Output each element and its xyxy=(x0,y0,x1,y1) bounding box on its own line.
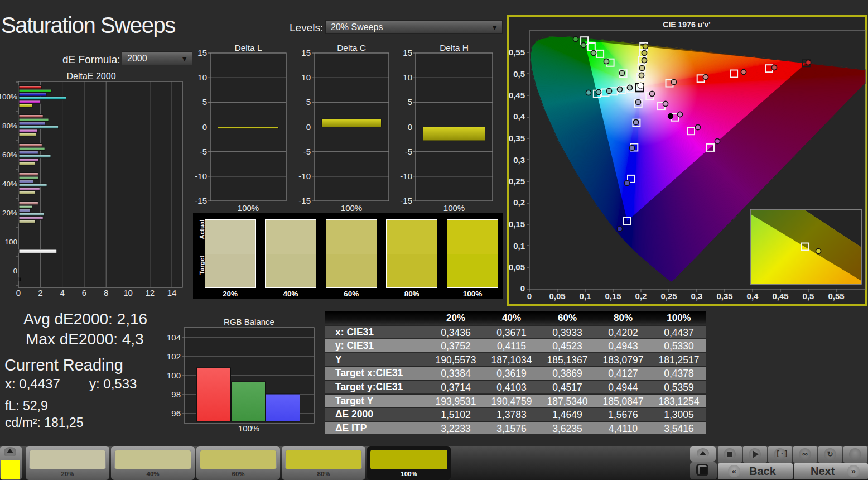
svg-text:0: 0 xyxy=(16,288,21,297)
svg-text:0,2: 0,2 xyxy=(635,291,647,301)
svg-text:-15: -15 xyxy=(400,196,412,205)
svg-text:0,35: 0,35 xyxy=(716,291,732,301)
svg-text:15: 15 xyxy=(197,48,207,57)
svg-text:5: 5 xyxy=(408,97,412,107)
svg-text:0: 0 xyxy=(13,267,17,275)
svg-text:-5: -5 xyxy=(303,147,311,156)
svg-text:-10: -10 xyxy=(195,171,207,181)
svg-text:0,3: 0,3 xyxy=(513,155,525,165)
svg-text:0: 0 xyxy=(527,291,532,301)
svg-text:12: 12 xyxy=(145,288,155,297)
svg-text:0,4: 0,4 xyxy=(747,291,759,301)
svg-text:0: 0 xyxy=(202,122,207,132)
svg-text:8: 8 xyxy=(104,288,108,297)
svg-text:15: 15 xyxy=(301,48,311,57)
svg-text:0,55: 0,55 xyxy=(828,291,844,301)
svg-text:100: 100 xyxy=(4,238,17,246)
svg-text:-15: -15 xyxy=(298,196,311,205)
svg-text:102: 102 xyxy=(167,352,181,361)
svg-text:-10: -10 xyxy=(400,171,412,181)
svg-text:100%: 100% xyxy=(443,203,465,213)
svg-text:100%: 100% xyxy=(341,203,362,213)
svg-text:0,45: 0,45 xyxy=(509,90,525,100)
svg-text:0,5: 0,5 xyxy=(513,69,525,79)
svg-text:0,25: 0,25 xyxy=(509,176,525,186)
svg-text:0,05: 0,05 xyxy=(549,291,565,301)
svg-text:0,3: 0,3 xyxy=(691,291,703,301)
svg-text:104: 104 xyxy=(167,333,181,342)
svg-text:0,45: 0,45 xyxy=(772,291,788,301)
svg-text:15: 15 xyxy=(403,48,412,57)
svg-text:0,15: 0,15 xyxy=(605,291,621,301)
svg-text:40%: 40% xyxy=(2,180,17,188)
svg-text:5: 5 xyxy=(306,97,311,107)
svg-text:0,1: 0,1 xyxy=(580,291,591,301)
svg-text:100: 100 xyxy=(167,371,181,380)
svg-text:0,5: 0,5 xyxy=(803,291,814,301)
svg-text:6: 6 xyxy=(82,288,86,297)
svg-text:0,15: 0,15 xyxy=(509,219,525,229)
svg-text:96: 96 xyxy=(171,409,181,418)
svg-text:0: 0 xyxy=(408,122,412,132)
svg-text:60%: 60% xyxy=(2,151,17,159)
svg-text:-5: -5 xyxy=(405,147,412,156)
svg-text:0,1: 0,1 xyxy=(513,241,525,251)
svg-text:0: 0 xyxy=(306,122,311,132)
svg-text:80%: 80% xyxy=(2,122,17,130)
svg-text:10: 10 xyxy=(403,73,412,82)
svg-text:10: 10 xyxy=(301,73,311,82)
svg-text:100%: 100% xyxy=(238,203,259,213)
svg-text:100%: 100% xyxy=(238,424,259,433)
svg-text:0,25: 0,25 xyxy=(660,291,677,301)
svg-text:-5: -5 xyxy=(200,147,207,156)
svg-text:14: 14 xyxy=(167,288,177,297)
svg-text:5: 5 xyxy=(202,97,207,107)
svg-text:0: 0 xyxy=(520,284,525,293)
svg-text:98: 98 xyxy=(171,390,181,399)
svg-text:0,2: 0,2 xyxy=(513,198,525,207)
svg-text:20%: 20% xyxy=(2,209,17,217)
svg-text:4: 4 xyxy=(60,288,64,297)
svg-text:10: 10 xyxy=(197,73,207,82)
svg-text:0,55: 0,55 xyxy=(509,47,525,57)
svg-text:0,05: 0,05 xyxy=(509,262,525,272)
svg-text:-15: -15 xyxy=(195,196,207,205)
svg-text:10: 10 xyxy=(123,288,133,297)
svg-text:0,4: 0,4 xyxy=(513,112,525,121)
svg-text:-10: -10 xyxy=(298,171,311,181)
svg-text:0,35: 0,35 xyxy=(509,133,525,143)
svg-text:2: 2 xyxy=(38,288,42,297)
svg-text:100%: 100% xyxy=(0,93,17,101)
